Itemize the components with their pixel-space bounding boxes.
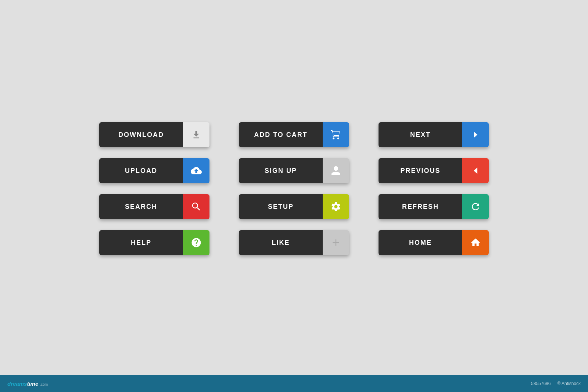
download-label: DOWNLOAD [99,122,183,147]
search-button[interactable]: SEARCH [99,194,209,219]
sign-up-label: SIGN UP [239,158,323,183]
search-label: SEARCH [99,194,183,219]
add-to-cart-button[interactable]: ADD TO CART [239,122,349,147]
help-label: HELP [99,230,183,255]
plus-icon [323,230,349,255]
setup-label: SETUP [239,194,323,219]
next-icon [462,122,489,147]
search-icon [183,194,209,219]
refresh-button[interactable]: REFRESH [379,194,489,219]
previous-label: PREVIOUS [379,158,462,183]
home-icon [462,230,489,255]
watermark-bar: dreamstime .com 58557686 © Antishock [0,375,588,392]
upload-icon [183,158,209,183]
help-button[interactable]: HELP [99,230,209,255]
buttons-grid: DOWNLOAD ADD TO CART NEXT UPLOAD [99,122,489,255]
sign-up-button[interactable]: SIGN UP [239,158,349,183]
watermark-id: 58557686 [531,381,551,386]
previous-button[interactable]: PREVIOUS [379,158,489,183]
upload-button[interactable]: UPLOAD [99,158,209,183]
help-icon [183,230,209,255]
previous-icon [462,158,489,183]
setup-button[interactable]: SETUP [239,194,349,219]
refresh-label: REFRESH [379,194,462,219]
user-icon [323,158,349,183]
next-button[interactable]: NEXT [379,122,489,147]
home-button[interactable]: HOME [379,230,489,255]
like-label: LIKE [239,230,323,255]
cart-icon [323,122,349,147]
download-icon [183,122,209,147]
refresh-icon [462,194,489,219]
home-label: HOME [379,230,462,255]
watermark-author: © Antishock [557,381,581,386]
like-button[interactable]: LIKE [239,230,349,255]
next-label: NEXT [379,122,462,147]
upload-label: UPLOAD [99,158,183,183]
add-to-cart-label: ADD TO CART [239,122,323,147]
gear-icon [323,194,349,219]
download-button[interactable]: DOWNLOAD [99,122,209,147]
dreamstime-logo: dreamstime .com [7,381,48,387]
